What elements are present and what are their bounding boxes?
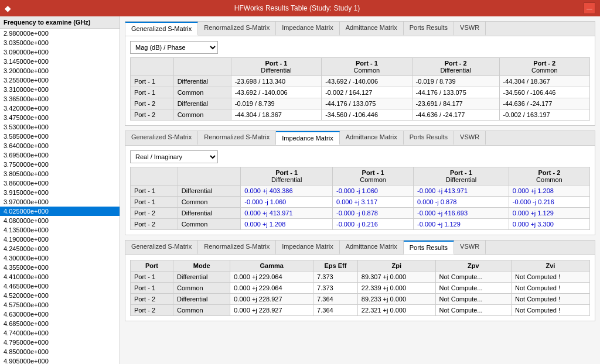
sidebar-item[interactable]: 4.630000e+000 <box>0 310 120 319</box>
port-col-header: Zpv <box>435 260 511 272</box>
tab-panel3-2[interactable]: Impedance Matrix <box>276 241 339 255</box>
s-matrix-section: Mag (dB) / Phase Port - 1Differential Po… <box>125 36 595 125</box>
tab-panel1-5[interactable]: VSWR <box>454 22 486 36</box>
sidebar-item[interactable]: 3.915000e+000 <box>0 188 120 197</box>
sidebar-item[interactable]: 3.090000e+000 <box>0 47 120 57</box>
tab-panel1-2[interactable]: Impedance Matrix <box>276 22 339 36</box>
sidebar-item[interactable]: 4.245000e+000 <box>0 244 120 253</box>
sidebar-item[interactable]: 4.520000e+000 <box>0 291 120 300</box>
sidebar-item[interactable]: 4.300000e+000 <box>0 253 120 263</box>
sidebar-item[interactable]: 4.135000e+000 <box>0 225 120 235</box>
gamma-value: 0.000 +j 228.927 <box>230 305 313 316</box>
tab-panel3-0[interactable]: Generalized S-Matrix <box>125 241 198 255</box>
sidebar-item[interactable]: 3.640000e+000 <box>0 141 120 150</box>
port-col-header: Eps Eff <box>313 260 358 272</box>
matrix-value: 0.000 -j 0.878 <box>414 197 509 208</box>
tabs-panel2: Generalized S-MatrixRenormalized S-Matri… <box>125 131 595 146</box>
s-matrix-table: Port - 1Differential Port - 1Common Port… <box>130 57 590 121</box>
sidebar-item[interactable]: 3.145000e+000 <box>0 57 120 66</box>
tab-panel3-1[interactable]: Renormalized S-Matrix <box>198 241 276 255</box>
tab-panel3-5[interactable]: VSWR <box>454 241 486 255</box>
sidebar-item[interactable]: 3.860000e+000 <box>0 178 120 188</box>
table-row: Port - 1 Common 0.000 +j 229.064 7.373 2… <box>131 283 590 294</box>
sidebar-item[interactable]: 4.740000e+000 <box>0 328 120 338</box>
sidebar-item[interactable]: 4.190000e+000 <box>0 235 120 244</box>
zpv-value: Not Compute... <box>435 294 511 305</box>
sidebar-item[interactable]: 3.310000e+000 <box>0 85 120 94</box>
sidebar-list[interactable]: 2.980000e+0003.035000e+0003.090000e+0003… <box>0 29 120 364</box>
sidebar-item[interactable]: 3.970000e+000 <box>0 197 120 207</box>
mode-label: Common <box>173 305 230 316</box>
matrix-value: 0.000 +j 1.208 <box>241 219 333 230</box>
mode-label: Differential <box>173 294 230 305</box>
panel-ports: Generalized S-MatrixRenormalized S-Matri… <box>125 240 595 321</box>
sidebar-item[interactable]: 4.410000e+000 <box>0 272 120 281</box>
sidebar-item[interactable]: 3.035000e+000 <box>0 38 120 47</box>
sidebar-item[interactable]: 3.750000e+000 <box>0 160 120 169</box>
matrix-value: -0.000 +j 1.129 <box>414 219 509 230</box>
eps-value: 7.364 <box>313 305 358 316</box>
matrix-value: -0.019 / 8.739 <box>231 98 321 109</box>
sidebar-item[interactable]: 3.255000e+000 <box>0 75 120 85</box>
matrix-value: 0.000 +j 413.971 <box>241 208 333 219</box>
matrix-value: 0.000 +j 403.386 <box>241 186 333 197</box>
sidebar-item[interactable]: 4.355000e+000 <box>0 263 120 272</box>
sidebar-header: Frequency to examine (GHz) <box>0 16 120 29</box>
sidebar-item[interactable]: 3.420000e+000 <box>0 104 120 113</box>
port-col-header: Port <box>131 260 173 272</box>
sidebar-item[interactable]: 4.685000e+000 <box>0 319 120 328</box>
sidebar-item[interactable]: 3.695000e+000 <box>0 150 120 160</box>
tab-panel2-5[interactable]: VSWR <box>454 131 486 145</box>
tab-panel1-4[interactable]: Ports Results <box>404 22 454 36</box>
tab-panel2-1[interactable]: Renormalized S-Matrix <box>198 131 276 145</box>
matrix-value: -44.636 / -24.177 <box>499 98 589 109</box>
sidebar-item[interactable]: 4.080000e+000 <box>0 216 120 225</box>
tab-panel2-4[interactable]: Ports Results <box>404 131 454 145</box>
tab-panel2-2[interactable]: Impedance Matrix <box>276 131 339 145</box>
sidebar-item[interactable]: 3.475000e+000 <box>0 113 120 122</box>
matrix-value: -34.560 / -106.446 <box>322 109 412 121</box>
tab-panel2-3[interactable]: Admittance Matrix <box>340 131 404 145</box>
mag-phase-dropdown[interactable]: Mag (dB) / Phase <box>130 41 218 54</box>
matrix-value: 0.000 +j 1.208 <box>509 186 589 197</box>
matrix-value: -34.560 / -106.446 <box>499 87 589 98</box>
matrix-value: -23.698 / 113.340 <box>231 76 321 87</box>
tab-panel1-0[interactable]: Generalized S-Matrix <box>125 22 198 36</box>
real-imag-dropdown[interactable]: Real / Imaginary <box>130 150 218 163</box>
dropdown-row-1: Mag (dB) / Phase <box>130 41 590 54</box>
port-col-header: Zvi <box>511 260 589 272</box>
table-row: Port - 2 Differential 0.000 +j 413.971-0… <box>131 208 590 219</box>
sidebar-item[interactable]: 3.200000e+000 <box>0 66 120 75</box>
matrix-value: -0.000 +j 416.693 <box>414 208 509 219</box>
col-header-empty1 <box>131 58 174 76</box>
table-row: Port - 2 Common 0.000 +j 1.208-0.000 -j … <box>131 219 590 230</box>
ports-table: PortModeGammaEps EffZpiZpvZvi Port - 1 D… <box>130 260 590 316</box>
tab-panel2-0[interactable]: Generalized S-Matrix <box>125 131 198 145</box>
gamma-value: 0.000 +j 228.927 <box>230 294 313 305</box>
zpi-value: 22.339 +j 0.000 <box>357 283 435 294</box>
tab-panel3-3[interactable]: Admittance Matrix <box>340 241 404 255</box>
sidebar-item[interactable]: 4.850000e+000 <box>0 347 120 356</box>
sidebar-item[interactable]: 3.530000e+000 <box>0 122 120 132</box>
sidebar-item[interactable]: 2.980000e+000 <box>0 29 120 38</box>
sidebar-item[interactable]: 4.025000e+000 <box>0 207 120 216</box>
sidebar-item[interactable]: 4.575000e+000 <box>0 300 120 310</box>
sidebar-item[interactable]: 3.805000e+000 <box>0 169 120 178</box>
port-label: Port - 2 <box>131 305 173 316</box>
table-row: Port - 1 Differential -23.698 / 113.340-… <box>131 76 590 87</box>
sidebar-item[interactable]: 4.465000e+000 <box>0 281 120 291</box>
sidebar-item[interactable]: 3.585000e+000 <box>0 132 120 141</box>
tab-panel1-1[interactable]: Renormalized S-Matrix <box>198 22 276 36</box>
tab-panel1-3[interactable]: Admittance Matrix <box>340 22 404 36</box>
sidebar-item[interactable]: 3.365000e+000 <box>0 94 120 104</box>
sidebar-item[interactable]: 4.905000e+000 <box>0 356 120 364</box>
sidebar-item[interactable]: 4.795000e+000 <box>0 338 120 347</box>
content-area: Generalized S-MatrixRenormalized S-Matri… <box>120 16 600 364</box>
mode-label: Differential <box>178 208 241 219</box>
table-row: Port - 2 Differential 0.000 +j 228.927 7… <box>131 294 590 305</box>
tab-panel3-4[interactable]: Ports Results <box>404 241 454 255</box>
minimize-button[interactable]: — <box>584 2 595 14</box>
mode-label: Common <box>173 87 231 98</box>
table-row: Port - 1 Common -0.000 -j 1.0600.000 +j … <box>131 197 590 208</box>
table-row: Port - 2 Differential -0.019 / 8.739-44.… <box>131 98 590 109</box>
